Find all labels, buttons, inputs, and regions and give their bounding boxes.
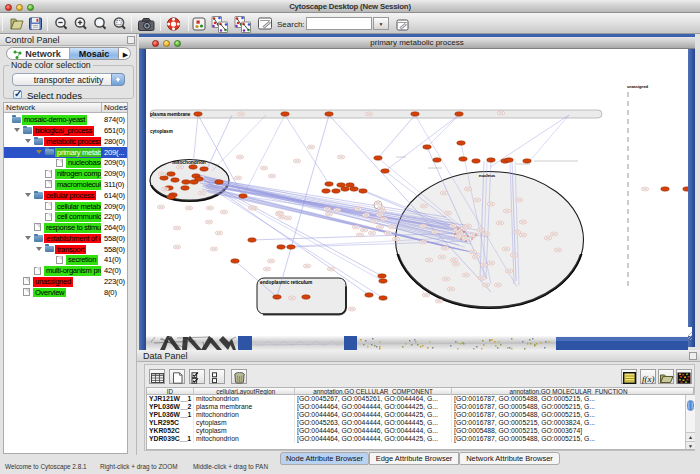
svg-text:cytoplasm: cytoplasm — [150, 129, 173, 134]
svg-text:endoplasmic reticulum: endoplasmic reticulum — [260, 280, 312, 285]
svg-text:plasma membrane: plasma membrane — [150, 112, 191, 117]
svg-text:nucleus: nucleus — [479, 173, 496, 178]
svg-text:mitochondrion: mitochondrion — [172, 160, 206, 165]
svg-text:unassigned: unassigned — [627, 85, 649, 89]
svg-text:f(x): f(x) — [642, 374, 655, 384]
